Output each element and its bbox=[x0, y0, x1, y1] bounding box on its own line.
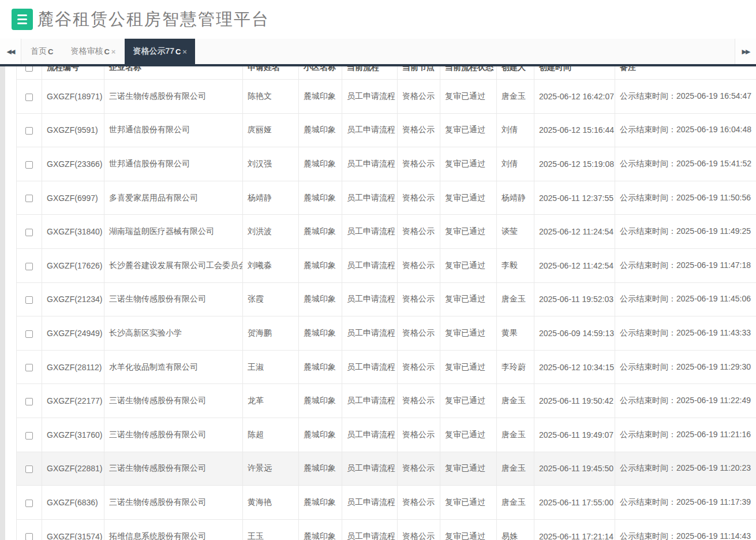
refresh-icon[interactable]: C bbox=[48, 47, 53, 56]
select-all-checkbox[interactable] bbox=[25, 66, 33, 72]
row-checkbox[interactable] bbox=[25, 94, 33, 101]
cell-node: 资格公示 bbox=[398, 215, 440, 249]
refresh-icon[interactable]: C bbox=[175, 47, 181, 56]
table-row[interactable]: GXGZF(6997) 多喜爱家居用品有限公司 杨靖静 麓城印象 员工申请流程 … bbox=[17, 181, 756, 215]
cell-company: 长沙麓谷建设发展有限公司工会委员会 bbox=[104, 248, 243, 282]
cell-applicant: 陈超 bbox=[243, 418, 299, 452]
cell-creator: 唐金玉 bbox=[497, 486, 534, 520]
cell-applicant: 王淑 bbox=[243, 350, 299, 384]
table-row[interactable]: GXGZF(9591) 世邦通信股份有限公司 庹丽娅 麓城印象 员工申请流程 资… bbox=[17, 113, 756, 147]
cell-created-time: 2025-06-11 19:49:07 bbox=[534, 418, 615, 452]
cell-creator: 李毅 bbox=[497, 248, 534, 282]
close-icon[interactable]: × bbox=[111, 47, 116, 56]
tab-qualification-review[interactable]: 资格审核C× bbox=[62, 39, 123, 64]
cell-applicant: 张霞 bbox=[243, 282, 299, 316]
cell-status: 复审已通过 bbox=[440, 384, 497, 418]
cell-flow: 员工申请流程 bbox=[342, 181, 398, 215]
tab-qualification-publicity[interactable]: 资格公示77C× bbox=[125, 39, 195, 64]
tabs-scroll-left-button[interactable]: ◀◀ bbox=[0, 39, 21, 64]
row-checkbox[interactable] bbox=[25, 127, 33, 135]
cell-community: 麓城印象 bbox=[299, 519, 342, 540]
cell-node: 资格公示 bbox=[398, 486, 440, 520]
row-checkbox[interactable] bbox=[25, 296, 33, 304]
row-checkbox[interactable] bbox=[25, 364, 33, 371]
cell-process-no: GXGZF(22881) bbox=[42, 452, 104, 486]
cell-node: 资格公示 bbox=[398, 147, 440, 181]
tabs-scroll-right-button[interactable]: ▶▶ bbox=[735, 39, 756, 64]
tab-home[interactable]: 首页C bbox=[23, 39, 61, 64]
row-checkbox[interactable] bbox=[25, 330, 33, 338]
col-header-community: 小区名称 bbox=[299, 66, 342, 80]
table-row[interactable]: GXGZF(22177) 三诺生物传感股份有限公司 龙革 麓城印象 员工申请流程… bbox=[17, 384, 756, 418]
cell-process-no: GXGZF(18971) bbox=[42, 80, 104, 114]
row-checkbox[interactable] bbox=[25, 229, 33, 236]
tab-label: 资格审核 bbox=[70, 46, 103, 57]
row-checkbox[interactable] bbox=[25, 195, 33, 202]
cell-created-time: 2025-06-12 16:42:07 bbox=[534, 80, 615, 114]
table-row[interactable]: GXGZF(23366) 世邦通信股份有限公司 刘汉强 麓城印象 员工申请流程 … bbox=[17, 147, 756, 181]
cell-flow: 员工申请流程 bbox=[342, 80, 398, 114]
col-header-remark: 备注 bbox=[615, 66, 756, 80]
cell-created-time: 2025-06-11 19:50:42 bbox=[534, 384, 615, 418]
cell-creator: 唐金玉 bbox=[497, 452, 534, 486]
row-checkbox[interactable] bbox=[25, 533, 33, 540]
cell-created-time: 2025-06-09 14:59:13 bbox=[534, 316, 615, 351]
cell-status: 复审已通过 bbox=[440, 452, 497, 486]
table-row[interactable]: GXGZF(21234) 三诺生物传感股份有限公司 张霞 麓城印象 员工申请流程… bbox=[17, 282, 756, 316]
table-row[interactable]: GXGZF(28112) 水羊化妆品制造有限公司 王淑 麓城印象 员工申请流程 … bbox=[17, 350, 756, 384]
row-checkbox[interactable] bbox=[25, 161, 33, 169]
row-checkbox[interactable] bbox=[25, 500, 33, 507]
table-row[interactable]: GXGZF(18971) 三诺生物传感股份有限公司 陈艳文 麓城印象 员工申请流… bbox=[17, 80, 756, 114]
row-checkbox[interactable] bbox=[25, 432, 33, 440]
cell-node: 资格公示 bbox=[398, 418, 440, 452]
col-header-status: 当前流程状态 bbox=[440, 66, 497, 80]
cell-remark: 公示结束时间：2025-06-19 16:04:48 bbox=[615, 113, 756, 147]
double-left-chevron-icon: ◀◀ bbox=[7, 48, 14, 55]
refresh-icon[interactable]: C bbox=[104, 47, 109, 56]
cell-node: 资格公示 bbox=[398, 350, 440, 384]
row-checkbox[interactable] bbox=[25, 465, 33, 473]
table-row[interactable]: GXGZF(17626) 长沙麓谷建设发展有限公司工会委员会 刘曦淼 麓城印象 … bbox=[17, 248, 756, 282]
cell-created-time: 2025-06-12 11:24:54 bbox=[534, 215, 615, 249]
cell-community: 麓城印象 bbox=[299, 418, 342, 452]
cell-applicant: 刘汉强 bbox=[243, 147, 299, 181]
tab-label: 首页 bbox=[31, 46, 47, 57]
table-row[interactable]: GXGZF(22881) 三诺生物传感股份有限公司 许景远 麓城印象 员工申请流… bbox=[17, 452, 756, 486]
cell-creator: 唐金玉 bbox=[497, 80, 534, 114]
cell-flow: 员工申请流程 bbox=[342, 113, 398, 147]
table-row[interactable]: GXGZF(31760) 三诺生物传感股份有限公司 陈超 麓城印象 员工申请流程… bbox=[17, 418, 756, 452]
cell-company: 多喜爱家居用品有限公司 bbox=[104, 181, 243, 215]
cell-process-no: GXGZF(24949) bbox=[42, 316, 104, 351]
cell-status: 复审已通过 bbox=[440, 350, 497, 384]
cell-created-time: 2025-06-11 17:21:14 bbox=[534, 519, 615, 540]
cell-company: 三诺生物传感股份有限公司 bbox=[104, 486, 243, 520]
cell-applicant: 陈艳文 bbox=[243, 80, 299, 114]
row-checkbox[interactable] bbox=[25, 398, 33, 405]
cell-created-time: 2025-06-11 17:55:00 bbox=[534, 486, 615, 520]
table-row[interactable]: GXGZF(24949) 长沙高新区实验小学 贺海鹏 麓城印象 员工申请流程 资… bbox=[17, 316, 756, 351]
cell-process-no: GXGZF(21234) bbox=[42, 282, 104, 316]
cell-company: 水羊化妆品制造有限公司 bbox=[104, 350, 243, 384]
cell-process-no: GXGZF(6997) bbox=[42, 181, 104, 215]
cell-status: 复审已通过 bbox=[440, 519, 497, 540]
cell-applicant: 黄海艳 bbox=[243, 486, 299, 520]
cell-applicant: 刘曦淼 bbox=[243, 248, 299, 282]
table-row[interactable]: GXGZF(31574) 拓维信息系统股份有限公司 王玉 麓城印象 员工申请流程… bbox=[17, 519, 756, 540]
col-header-creator: 创建人 bbox=[497, 66, 534, 80]
table-row[interactable]: GXGZF(6836) 三诺生物传感股份有限公司 黄海艳 麓城印象 员工申请流程… bbox=[17, 486, 756, 520]
cell-flow: 员工申请流程 bbox=[342, 519, 398, 540]
cell-creator: 唐金玉 bbox=[497, 418, 534, 452]
row-checkbox[interactable] bbox=[25, 263, 33, 270]
col-header-flow: 当前流程 bbox=[342, 66, 398, 80]
cell-community: 麓城印象 bbox=[299, 282, 342, 316]
cell-process-no: GXGZF(31760) bbox=[42, 418, 104, 452]
menu-button[interactable] bbox=[12, 9, 33, 30]
cell-community: 麓城印象 bbox=[299, 80, 342, 114]
table-row[interactable]: GXGZF(31840) 湖南瑞益朗医疗器械有限公司 刘洪波 麓城印象 员工申请… bbox=[17, 215, 756, 249]
cell-creator: 黄果 bbox=[497, 316, 534, 351]
cell-community: 麓城印象 bbox=[299, 316, 342, 351]
close-icon[interactable]: × bbox=[182, 47, 187, 56]
cell-company: 世邦通信股份有限公司 bbox=[104, 147, 243, 181]
col-header-company: 企业名称 bbox=[104, 66, 243, 80]
cell-process-no: GXGZF(23366) bbox=[42, 147, 104, 181]
